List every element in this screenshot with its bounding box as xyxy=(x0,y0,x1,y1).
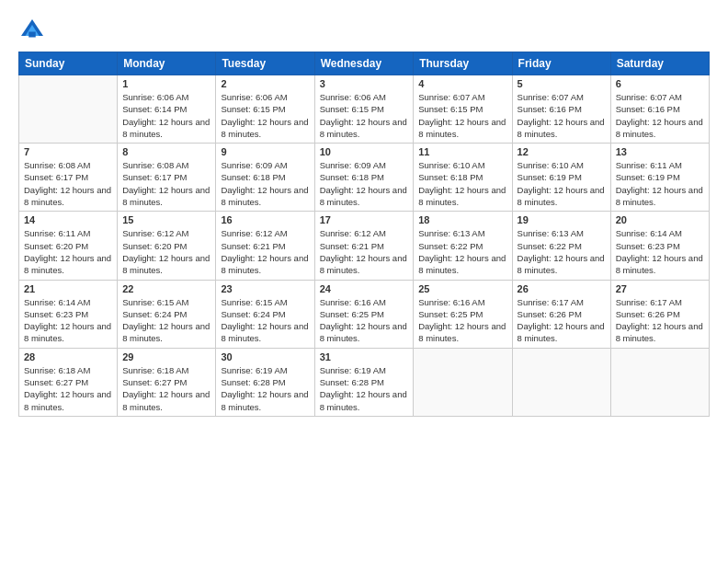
day-number: 20 xyxy=(616,214,704,225)
day-number: 21 xyxy=(24,283,112,294)
calendar-table: SundayMondayTuesdayWednesdayThursdayFrid… xyxy=(18,52,710,417)
weekday-header: Monday xyxy=(118,52,216,75)
day-info: Sunrise: 6:14 AMSunset: 6:23 PMDaylight:… xyxy=(616,227,704,276)
calendar-day-cell: 6Sunrise: 6:07 AMSunset: 6:16 PMDaylight… xyxy=(610,75,709,144)
calendar-week-row: 14Sunrise: 6:11 AMSunset: 6:20 PMDayligh… xyxy=(19,212,710,280)
weekday-header: Thursday xyxy=(414,52,512,75)
day-info: Sunrise: 6:14 AMSunset: 6:23 PMDaylight:… xyxy=(24,296,112,345)
calendar-day-cell: 12Sunrise: 6:10 AMSunset: 6:19 PMDayligh… xyxy=(512,144,610,212)
calendar-day-cell: 30Sunrise: 6:19 AMSunset: 6:28 PMDayligh… xyxy=(216,348,314,416)
day-info: Sunrise: 6:06 AMSunset: 6:15 PMDaylight:… xyxy=(221,91,309,140)
day-info: Sunrise: 6:09 AMSunset: 6:18 PMDaylight:… xyxy=(221,159,309,208)
calendar-day-cell: 13Sunrise: 6:11 AMSunset: 6:19 PMDayligh… xyxy=(610,144,709,212)
calendar-day-cell: 4Sunrise: 6:07 AMSunset: 6:15 PMDaylight… xyxy=(414,75,512,144)
day-info: Sunrise: 6:19 AMSunset: 6:28 PMDaylight:… xyxy=(320,364,409,413)
day-info: Sunrise: 6:12 AMSunset: 6:20 PMDaylight:… xyxy=(122,227,210,276)
day-info: Sunrise: 6:16 AMSunset: 6:25 PMDaylight:… xyxy=(320,296,409,345)
day-number: 4 xyxy=(418,78,506,89)
page: SundayMondayTuesdayWednesdayThursdayFrid… xyxy=(0,0,728,563)
calendar-day-cell: 31Sunrise: 6:19 AMSunset: 6:28 PMDayligh… xyxy=(314,348,414,416)
weekday-header: Friday xyxy=(512,52,610,75)
day-number: 27 xyxy=(616,283,704,294)
day-number: 29 xyxy=(122,351,210,362)
day-number: 8 xyxy=(122,146,210,157)
day-info: Sunrise: 6:11 AMSunset: 6:19 PMDaylight:… xyxy=(616,159,704,208)
svg-rect-2 xyxy=(28,32,36,38)
day-number: 14 xyxy=(24,214,112,225)
day-info: Sunrise: 6:06 AMSunset: 6:14 PMDaylight:… xyxy=(122,91,210,140)
calendar-day-cell: 1Sunrise: 6:06 AMSunset: 6:14 PMDaylight… xyxy=(118,75,216,144)
calendar-day-cell: 25Sunrise: 6:16 AMSunset: 6:25 PMDayligh… xyxy=(414,280,512,348)
day-number: 23 xyxy=(221,283,309,294)
day-number: 22 xyxy=(122,283,210,294)
calendar-day-cell: 20Sunrise: 6:14 AMSunset: 6:23 PMDayligh… xyxy=(610,212,709,280)
day-number: 12 xyxy=(518,146,606,157)
day-info: Sunrise: 6:07 AMSunset: 6:16 PMDaylight:… xyxy=(616,91,704,140)
calendar-week-row: 21Sunrise: 6:14 AMSunset: 6:23 PMDayligh… xyxy=(19,280,710,348)
day-info: Sunrise: 6:19 AMSunset: 6:28 PMDaylight:… xyxy=(221,364,309,413)
day-info: Sunrise: 6:08 AMSunset: 6:17 PMDaylight:… xyxy=(122,159,210,208)
calendar-day-cell: 8Sunrise: 6:08 AMSunset: 6:17 PMDaylight… xyxy=(118,144,216,212)
calendar-day-cell xyxy=(610,348,709,416)
day-number: 13 xyxy=(616,146,704,157)
calendar-day-cell xyxy=(19,75,118,144)
calendar-day-cell: 22Sunrise: 6:15 AMSunset: 6:24 PMDayligh… xyxy=(118,280,216,348)
day-number: 31 xyxy=(320,351,409,362)
day-number: 19 xyxy=(518,214,606,225)
calendar-day-cell: 7Sunrise: 6:08 AMSunset: 6:17 PMDaylight… xyxy=(19,144,118,212)
weekday-header: Wednesday xyxy=(314,52,414,75)
calendar-day-cell: 11Sunrise: 6:10 AMSunset: 6:18 PMDayligh… xyxy=(414,144,512,212)
day-info: Sunrise: 6:18 AMSunset: 6:27 PMDaylight:… xyxy=(24,364,112,413)
day-info: Sunrise: 6:15 AMSunset: 6:24 PMDaylight:… xyxy=(221,296,309,345)
day-number: 5 xyxy=(518,78,606,89)
day-info: Sunrise: 6:10 AMSunset: 6:18 PMDaylight:… xyxy=(418,159,506,208)
day-number: 25 xyxy=(418,283,506,294)
day-info: Sunrise: 6:12 AMSunset: 6:21 PMDaylight:… xyxy=(221,227,309,276)
day-info: Sunrise: 6:11 AMSunset: 6:20 PMDaylight:… xyxy=(24,227,112,276)
calendar-day-cell: 24Sunrise: 6:16 AMSunset: 6:25 PMDayligh… xyxy=(314,280,414,348)
calendar-header-row: SundayMondayTuesdayWednesdayThursdayFrid… xyxy=(19,52,710,75)
day-number: 1 xyxy=(122,78,210,89)
day-info: Sunrise: 6:09 AMSunset: 6:18 PMDaylight:… xyxy=(320,159,409,208)
day-info: Sunrise: 6:13 AMSunset: 6:22 PMDaylight:… xyxy=(518,227,606,276)
day-number: 3 xyxy=(320,78,409,89)
calendar-day-cell: 3Sunrise: 6:06 AMSunset: 6:15 PMDaylight… xyxy=(314,75,414,144)
day-info: Sunrise: 6:06 AMSunset: 6:15 PMDaylight:… xyxy=(320,91,409,140)
day-number: 11 xyxy=(418,146,506,157)
day-info: Sunrise: 6:10 AMSunset: 6:19 PMDaylight:… xyxy=(518,159,606,208)
day-number: 30 xyxy=(221,351,309,362)
weekday-header: Saturday xyxy=(610,52,709,75)
day-info: Sunrise: 6:07 AMSunset: 6:16 PMDaylight:… xyxy=(518,91,606,140)
day-number: 18 xyxy=(418,214,506,225)
day-number: 28 xyxy=(24,351,112,362)
day-number: 9 xyxy=(221,146,309,157)
calendar-day-cell: 5Sunrise: 6:07 AMSunset: 6:16 PMDaylight… xyxy=(512,75,610,144)
calendar-day-cell: 14Sunrise: 6:11 AMSunset: 6:20 PMDayligh… xyxy=(19,212,118,280)
day-info: Sunrise: 6:07 AMSunset: 6:15 PMDaylight:… xyxy=(418,91,506,140)
day-number: 26 xyxy=(518,283,606,294)
calendar-day-cell: 28Sunrise: 6:18 AMSunset: 6:27 PMDayligh… xyxy=(19,348,118,416)
day-number: 24 xyxy=(320,283,409,294)
calendar-day-cell: 18Sunrise: 6:13 AMSunset: 6:22 PMDayligh… xyxy=(414,212,512,280)
day-number: 15 xyxy=(122,214,210,225)
calendar-week-row: 7Sunrise: 6:08 AMSunset: 6:17 PMDaylight… xyxy=(19,144,710,212)
calendar-week-row: 1Sunrise: 6:06 AMSunset: 6:14 PMDaylight… xyxy=(19,75,710,144)
day-number: 2 xyxy=(221,78,309,89)
day-number: 6 xyxy=(616,78,704,89)
calendar-day-cell: 23Sunrise: 6:15 AMSunset: 6:24 PMDayligh… xyxy=(216,280,314,348)
day-info: Sunrise: 6:17 AMSunset: 6:26 PMDaylight:… xyxy=(616,296,704,345)
calendar-day-cell: 17Sunrise: 6:12 AMSunset: 6:21 PMDayligh… xyxy=(314,212,414,280)
header xyxy=(18,17,710,44)
day-info: Sunrise: 6:17 AMSunset: 6:26 PMDaylight:… xyxy=(518,296,606,345)
calendar-day-cell: 2Sunrise: 6:06 AMSunset: 6:15 PMDaylight… xyxy=(216,75,314,144)
calendar-day-cell xyxy=(512,348,610,416)
day-number: 7 xyxy=(24,146,112,157)
calendar-day-cell: 9Sunrise: 6:09 AMSunset: 6:18 PMDaylight… xyxy=(216,144,314,212)
weekday-header: Sunday xyxy=(19,52,118,75)
day-number: 10 xyxy=(320,146,409,157)
day-info: Sunrise: 6:18 AMSunset: 6:27 PMDaylight:… xyxy=(122,364,210,413)
logo-icon xyxy=(18,17,46,44)
day-number: 16 xyxy=(221,214,309,225)
day-number: 17 xyxy=(320,214,409,225)
calendar-day-cell: 10Sunrise: 6:09 AMSunset: 6:18 PMDayligh… xyxy=(314,144,414,212)
